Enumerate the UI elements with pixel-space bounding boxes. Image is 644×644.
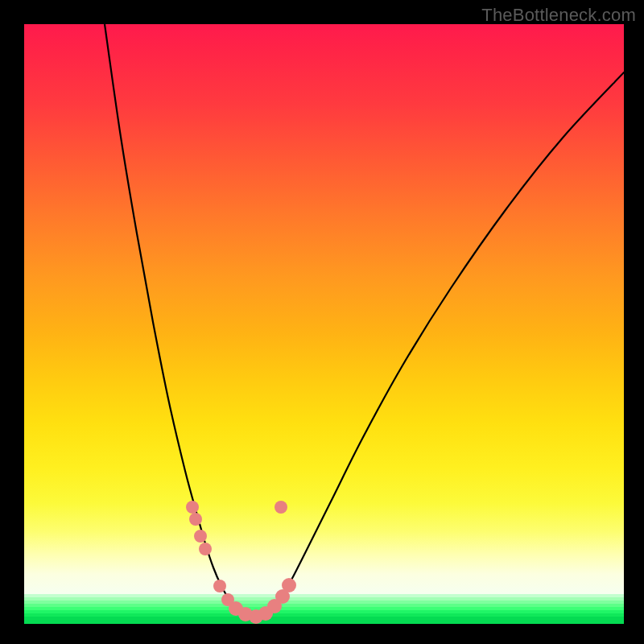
marker-point-12 bbox=[282, 578, 296, 592]
marker-point-4 bbox=[213, 580, 226, 592]
marker-point-13 bbox=[275, 501, 287, 514]
plot-area bbox=[24, 24, 624, 624]
marker-point-1 bbox=[189, 513, 202, 526]
curve-layer bbox=[24, 24, 624, 624]
bottleneck-curve bbox=[105, 24, 624, 617]
marker-point-0 bbox=[186, 501, 199, 514]
marker-point-2 bbox=[194, 530, 207, 543]
watermark-text: TheBottleneck.com bbox=[481, 5, 636, 26]
marker-point-3 bbox=[199, 543, 212, 555]
chart-frame: TheBottleneck.com bbox=[0, 0, 644, 644]
marker-group bbox=[186, 501, 296, 624]
